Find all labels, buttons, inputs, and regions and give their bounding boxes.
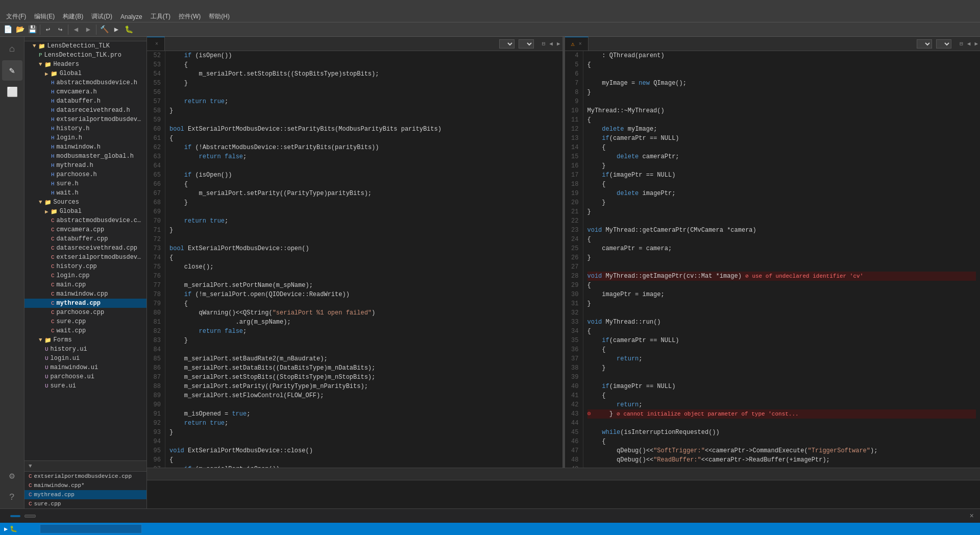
- tree-item-2[interactable]: ▼📁Headers: [24, 60, 146, 69]
- tree-item-15[interactable]: Hsure.h: [24, 179, 146, 188]
- tree-item-27[interactable]: Cmainwindow.cpp: [24, 289, 146, 299]
- debug-icon-btn[interactable]: [2, 444, 22, 465]
- tree-item-20[interactable]: Ccmvcamera.cpp: [24, 225, 146, 234]
- tree-item-37[interactable]: Usure.ui: [24, 381, 146, 391]
- tree-item-29[interactable]: Cparchoose.cpp: [24, 308, 146, 317]
- menu-item-b[interactable]: 构建(B): [59, 11, 87, 22]
- code-line-37: return;: [587, 354, 976, 363]
- right-editor-tab-active[interactable]: ⚠ ×: [565, 37, 589, 51]
- tree-item-4[interactable]: Habstractmodbusdevice.h: [24, 78, 146, 87]
- open-btn[interactable]: 📂: [14, 24, 26, 35]
- help-icon-btn[interactable]: ?: [2, 487, 22, 507]
- new-file-btn[interactable]: 📄: [2, 24, 13, 35]
- tree-item-33[interactable]: Uhistory.ui: [24, 345, 146, 354]
- tree-item-12[interactable]: Hmodbusmaster_global.h: [24, 152, 146, 161]
- open-file-item-1[interactable]: Cmainwindow.cpp*: [24, 481, 146, 490]
- tree-item-1[interactable]: PLensDetection_TLK.pro: [24, 51, 146, 60]
- tree-item-14[interactable]: Hparchoose.h: [24, 170, 146, 179]
- tree-item-6[interactable]: Hdatabuffer.h: [24, 96, 146, 106]
- edit-icon-btn[interactable]: ✎: [2, 60, 22, 81]
- back-btn[interactable]: ◀: [70, 24, 82, 35]
- undo-btn[interactable]: ↩: [42, 24, 54, 35]
- welcome-icon-btn[interactable]: ⌂: [2, 39, 22, 59]
- build-btn[interactable]: 🔨: [99, 24, 110, 35]
- left-symbol-select[interactable]: [499, 39, 514, 48]
- tree-item-5[interactable]: Hcmvcamera.h: [24, 87, 146, 96]
- redo-btn[interactable]: ↪: [55, 24, 66, 35]
- tree-item-7[interactable]: Hdatasreceivethread.h: [24, 106, 146, 115]
- right-encoding-select[interactable]: [936, 39, 951, 48]
- left-split-icon[interactable]: ⊟: [542, 40, 546, 47]
- tree-item-21[interactable]: Cdatabuffer.cpp: [24, 234, 146, 244]
- left-encoding-select[interactable]: [519, 39, 534, 48]
- right-tab-close[interactable]: ×: [579, 41, 582, 47]
- do-not-show-again-button[interactable]: [24, 515, 36, 518]
- left-nav-back[interactable]: ◀: [549, 40, 553, 47]
- folder-icon: ▼: [39, 337, 42, 343]
- debug-run-icon[interactable]: 🐛: [10, 525, 17, 533]
- tour-close-button[interactable]: ×: [970, 512, 974, 520]
- menu-item-h[interactable]: 帮助(H): [205, 11, 234, 22]
- menu-item-e[interactable]: 编辑(E): [30, 11, 59, 22]
- left-nav-fwd[interactable]: ▶: [557, 40, 560, 47]
- open-file-item-0[interactable]: Cextserialportmodbusdevice.cpp: [24, 472, 146, 481]
- tree-item-9[interactable]: Hhistory.h: [24, 124, 146, 133]
- close-button[interactable]: [969, 2, 976, 9]
- menu-item-analyze[interactable]: Analyze: [116, 12, 146, 21]
- tree-item-11[interactable]: Hmainwindow.h: [24, 142, 146, 152]
- tree-item-26[interactable]: Cmain.cpp: [24, 280, 146, 289]
- right-code-area[interactable]: 4567891011121314151617181920212223242526…: [565, 51, 981, 468]
- open-file-item-3[interactable]: Csure.cpp: [24, 499, 146, 508]
- code-line-17: if(imagePtr == NULL): [587, 171, 976, 180]
- save-btn[interactable]: 💾: [27, 24, 38, 35]
- tree-item-22[interactable]: Cdatasreceivethread.cpp: [24, 244, 146, 253]
- tree-item-35[interactable]: Umainwindow.ui: [24, 363, 146, 372]
- code-line-88: m_serialPort.setParity((ParityType)m_nPa…: [169, 382, 558, 391]
- take-ui-tour-button[interactable]: [10, 515, 20, 517]
- tree-item-30[interactable]: Csure.cpp: [24, 317, 146, 326]
- right-symbol-select[interactable]: [917, 39, 932, 48]
- minimize-button[interactable]: [950, 2, 958, 9]
- tree-item-23[interactable]: Cextserialportmodbusdevice.cpp: [24, 253, 146, 262]
- menu-item-t[interactable]: 工具(T): [146, 11, 175, 22]
- tree-item-31[interactable]: Cwait.cpp: [24, 326, 146, 335]
- tree-item-25[interactable]: Clogin.cpp: [24, 271, 146, 280]
- locate-input[interactable]: [40, 524, 142, 533]
- left-tab-close[interactable]: ×: [155, 41, 158, 47]
- design-icon-btn[interactable]: ⬜: [2, 82, 22, 102]
- left-code-area[interactable]: 5253545556575859606162636465666768697071…: [147, 51, 562, 468]
- right-nav-back[interactable]: ◀: [967, 40, 971, 47]
- right-nav-fwd[interactable]: ▶: [974, 40, 978, 47]
- tree-item-16[interactable]: Hwait.h: [24, 188, 146, 198]
- right-split-icon[interactable]: ⊟: [960, 40, 963, 47]
- tree-item-19[interactable]: Cabstractmodbusdevice.cpp: [24, 216, 146, 225]
- folder-icon: ▼: [33, 43, 36, 49]
- open-files-header[interactable]: ▼: [24, 461, 146, 472]
- code-line-69: [169, 207, 558, 216]
- tree-item-3[interactable]: ▶📁Global: [24, 69, 146, 78]
- menu-item-w[interactable]: 控件(W): [175, 11, 205, 22]
- tree-item-10[interactable]: Hlogin.h: [24, 133, 146, 142]
- projects-icon-btn[interactable]: ⚙: [2, 466, 22, 486]
- run-btn[interactable]: ▶: [111, 24, 122, 35]
- tree-item-28[interactable]: Cmythread.cpp: [24, 299, 146, 308]
- tree-item-17[interactable]: ▼📁Sources: [24, 198, 146, 207]
- tree-item-8[interactable]: Hextserialportmodbusdevice.h: [24, 115, 146, 124]
- menu-item-d[interactable]: 调试(D): [87, 11, 116, 22]
- tree-item-34[interactable]: Ulogin.ui: [24, 354, 146, 363]
- forward-btn[interactable]: ▶: [83, 24, 94, 35]
- build-run-icon[interactable]: ▶: [4, 525, 8, 533]
- tree-item-24[interactable]: Chistory.cpp: [24, 262, 146, 271]
- maximize-button[interactable]: [960, 2, 967, 9]
- menu-item-f[interactable]: 文件(F): [2, 11, 30, 22]
- left-editor-tab-active[interactable]: ×: [147, 37, 165, 51]
- tree-item-36[interactable]: Uparchoose.ui: [24, 372, 146, 381]
- open-file-item-2[interactable]: Cmythread.cpp: [24, 490, 146, 499]
- debug-run-btn[interactable]: 🐛: [123, 24, 134, 35]
- line-num-81: 81: [149, 318, 161, 327]
- tree-item-13[interactable]: Hmythread.h: [24, 161, 146, 170]
- tree-item-0[interactable]: ▼📁LensDetection_TLK: [24, 41, 146, 51]
- tree-item-18[interactable]: ▶📁Global: [24, 207, 146, 216]
- tree-item-32[interactable]: ▼📁Forms: [24, 335, 146, 345]
- line-num-55: 55: [149, 79, 161, 88]
